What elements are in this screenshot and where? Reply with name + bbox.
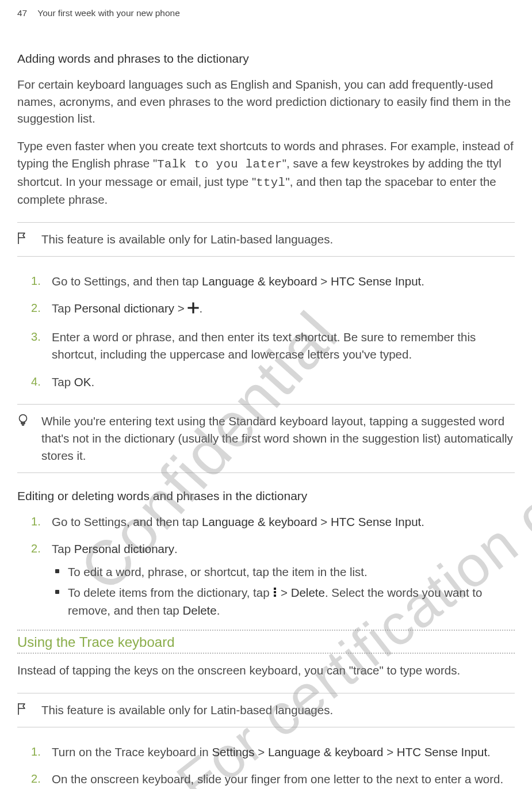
note-box: This feature is available only for Latin…	[17, 693, 515, 727]
steps-list: Go to Settings, and then tap Language & …	[17, 513, 515, 620]
breadcrumb: Your first week with your new phone	[37, 8, 180, 18]
note-box: This feature is available only for Latin…	[17, 222, 515, 257]
note-text: This feature is available only for Latin…	[41, 231, 333, 248]
bullet-item: To edit a word, phrase, or shortcut, tap…	[52, 563, 515, 581]
dotted-rule	[17, 630, 515, 631]
dotted-rule	[17, 653, 515, 654]
flag-icon	[17, 702, 33, 715]
watermark-certification: For certification on	[164, 459, 532, 789]
step-item: On the onscreen keyboard, slide your fin…	[17, 771, 515, 788]
svg-rect-3	[274, 594, 276, 597]
section-heading-adding-words: Adding words and phrases to the dictiona…	[17, 52, 515, 66]
steps-list: Go to Settings, and then tap Language & …	[17, 273, 515, 391]
body-paragraph: For certain keyboard languages such as E…	[17, 76, 515, 127]
bullet-list: To edit a word, phrase, or shortcut, tap…	[52, 563, 515, 619]
step-item: Tap Personal dictionary. To edit a word,…	[17, 540, 515, 619]
svg-rect-1	[274, 588, 276, 590]
note-text: This feature is available only for Latin…	[41, 702, 333, 719]
plus-icon	[187, 301, 199, 318]
lightbulb-icon	[17, 413, 33, 428]
svg-point-0	[20, 415, 27, 422]
section-title-trace-keyboard: Using the Trace keyboard	[17, 634, 515, 650]
page-header: 47 Your first week with your new phone	[17, 0, 515, 41]
step-item: Turn on the Trace keyboard in Settings >…	[17, 744, 515, 761]
svg-rect-2	[274, 591, 276, 593]
bullet-item: To delete items from the dictionary, tap…	[52, 584, 515, 619]
steps-list: Turn on the Trace keyboard in Settings >…	[17, 744, 515, 788]
flag-icon	[17, 231, 33, 245]
section-heading-editing-words: Editing or deleting words and phrases in…	[17, 489, 515, 503]
body-paragraph: Instead of tapping the keys on the onscr…	[17, 662, 515, 679]
step-item: Enter a word or phrase, and then enter i…	[17, 329, 515, 363]
step-item: Go to Settings, and then tap Language & …	[17, 273, 515, 290]
tip-text: While you're entering text using the Sta…	[41, 413, 515, 464]
step-item: Tap OK.	[17, 373, 515, 391]
step-item: Go to Settings, and then tap Language & …	[17, 513, 515, 531]
page: Confidential For certification on 47 You…	[0, 0, 532, 789]
page-number: 47	[17, 8, 27, 18]
tip-box: While you're entering text using the Sta…	[17, 404, 515, 472]
step-item: Tap Personal dictionary > .	[17, 300, 515, 318]
body-paragraph: Type even faster when you create text sh…	[17, 138, 515, 208]
